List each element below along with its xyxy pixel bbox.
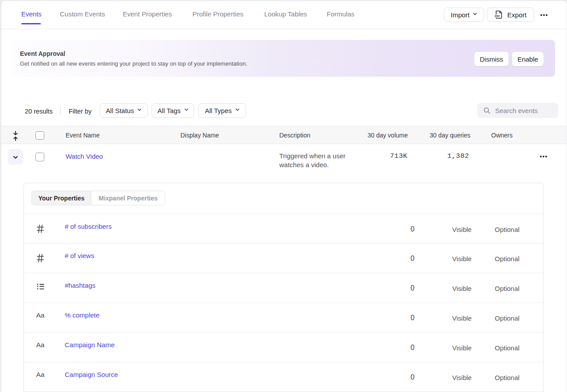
svg-text:csv: csv xyxy=(495,14,500,17)
